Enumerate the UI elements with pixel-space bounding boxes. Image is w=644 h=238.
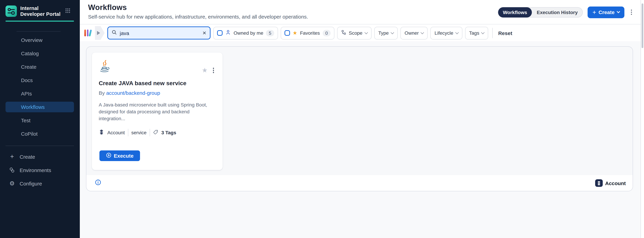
apps-grid-icon[interactable] xyxy=(65,8,70,15)
lifecycle-label: Lifecycle xyxy=(434,30,453,36)
scope-label: Scope xyxy=(349,30,362,36)
workflow-card-actions: ★ xyxy=(202,66,216,75)
filter-owner-dropdown[interactable]: Owner xyxy=(400,27,428,39)
content-area: ★ Create JAVA based new service By accou… xyxy=(80,41,640,238)
filter-bar: ✕ Owned by me 5 ★ Favorites 0 xyxy=(80,25,640,41)
sidebar: Internal Developer Portal Overview Catal… xyxy=(0,0,80,238)
search-box: ✕ xyxy=(107,26,210,39)
tab-execution-history[interactable]: Execution History xyxy=(532,7,582,17)
create-button[interactable]: + Create xyxy=(588,6,624,18)
sidebar-header: Internal Developer Portal xyxy=(6,5,74,17)
favorites-checkbox[interactable] xyxy=(284,30,290,36)
search-icon xyxy=(112,29,117,36)
sidebar-divider-bottom xyxy=(6,146,74,146)
card-kebab-menu-icon[interactable] xyxy=(211,66,216,75)
sidebar-item-overview[interactable]: Overview xyxy=(6,35,74,45)
workflow-card-title: Create JAVA based new service xyxy=(99,80,216,87)
environments-hexagons-icon xyxy=(9,167,15,173)
sidebar-footer-create-label: Create xyxy=(20,154,35,159)
filter-tags-dropdown[interactable]: Tags xyxy=(465,27,488,39)
chevron-down-icon xyxy=(481,31,485,34)
plus-icon: + xyxy=(9,153,15,160)
owned-by-me-checkbox[interactable] xyxy=(217,30,222,36)
favorites-count: 0 xyxy=(322,30,330,36)
sidebar-nav: Overview Catalog Create Docs APIs Workfl… xyxy=(6,35,74,142)
header-kebab-menu-icon[interactable] xyxy=(629,7,634,17)
filter-type-dropdown[interactable]: Type xyxy=(374,27,398,39)
sidebar-item-copilot[interactable]: CoPilot xyxy=(6,128,74,139)
owner-group-link[interactable]: account/backend-group xyxy=(106,90,160,96)
scope-value: Account xyxy=(107,130,125,135)
chevron-down-icon xyxy=(364,31,368,34)
sidebar-item-apis[interactable]: APIs xyxy=(6,88,74,99)
tags-count: 3 Tags xyxy=(161,130,176,135)
reset-filters-button[interactable]: Reset xyxy=(497,30,514,36)
page-scrollbar[interactable] xyxy=(640,0,644,238)
person-icon xyxy=(225,29,231,36)
search-input[interactable] xyxy=(120,30,200,36)
execute-button[interactable]: Execute xyxy=(100,150,140,161)
filter-divider xyxy=(492,28,493,38)
java-logo-icon xyxy=(99,59,110,75)
star-icon: ★ xyxy=(292,30,297,35)
sidebar-footer-configure[interactable]: ⚙ Configure xyxy=(6,178,74,189)
filter-scope-dropdown[interactable]: Scope xyxy=(337,27,371,39)
sidebar-item-create[interactable]: Create xyxy=(6,61,74,72)
chevron-down-icon xyxy=(455,31,458,34)
filter-lifecycle-dropdown[interactable]: Lifecycle xyxy=(430,27,462,39)
type-value: service xyxy=(131,130,146,135)
sidebar-footer-environments[interactable]: Environments xyxy=(6,164,74,175)
favorite-star-icon[interactable]: ★ xyxy=(202,67,208,74)
workflow-card-meta: Account service 3 Tags xyxy=(99,129,176,136)
owner-label: Owner xyxy=(404,30,419,36)
owned-by-me-label: Owned by me xyxy=(234,30,263,36)
tag-icon xyxy=(153,129,158,136)
sidebar-divider-top xyxy=(16,31,60,32)
sidebar-item-test[interactable]: Test xyxy=(6,115,74,126)
header-actions: Workflows Execution History + Create xyxy=(498,0,634,24)
meta-divider xyxy=(128,129,128,136)
triangle-right-icon xyxy=(97,31,100,35)
expand-filters-button[interactable] xyxy=(95,26,104,40)
by-prefix: By xyxy=(99,90,105,96)
page-header: Workflows Self-service hub for new appli… xyxy=(80,0,640,24)
account-badge-label: Account xyxy=(605,180,626,186)
sidebar-footer-create[interactable]: + Create xyxy=(6,151,74,162)
main-area: Workflows Self-service hub for new appli… xyxy=(80,0,640,238)
sidebar-footer-environments-label: Environments xyxy=(20,167,51,173)
chevron-down-icon xyxy=(616,10,620,13)
account-layers-icon xyxy=(595,179,603,187)
workflow-card-top: ★ xyxy=(99,59,216,75)
page-subtitle: Self-service hub for new applications, i… xyxy=(88,14,308,19)
view-toggle: Workflows Execution History xyxy=(498,7,583,17)
sidebar-item-catalog[interactable]: Catalog xyxy=(6,48,74,59)
owned-by-me-count: 5 xyxy=(266,30,274,36)
info-icon[interactable] xyxy=(95,179,101,187)
app-root: Internal Developer Portal Overview Catal… xyxy=(0,0,644,238)
sidebar-item-docs[interactable]: Docs xyxy=(6,75,74,86)
create-button-label: Create xyxy=(598,9,614,15)
type-label: Type xyxy=(378,30,389,36)
workflow-card-description: A Java-based microservice built using Sp… xyxy=(99,101,212,122)
sidebar-footer: + Create Environments ⚙ Configure xyxy=(6,151,74,191)
scrollbar-thumb[interactable] xyxy=(642,3,643,48)
portal-title: Internal Developer Portal xyxy=(20,5,62,17)
account-layers-icon xyxy=(99,129,104,136)
filter-panel-stripes-icon xyxy=(84,29,92,37)
tab-workflows[interactable]: Workflows xyxy=(498,7,532,17)
hierarchy-icon xyxy=(341,30,346,36)
panel-footer: Account xyxy=(86,175,633,191)
favorites-label: Favorites xyxy=(300,30,320,36)
workflow-card-owner: By account/backend-group xyxy=(99,90,216,96)
filter-owned-by-me[interactable]: Owned by me 5 xyxy=(213,27,278,39)
clear-search-icon[interactable]: ✕ xyxy=(202,30,206,36)
filter-favorites[interactable]: ★ Favorites 0 xyxy=(280,27,334,39)
sidebar-accent-bar xyxy=(6,21,74,22)
gear-icon: ⚙ xyxy=(9,180,15,187)
tags-label: Tags xyxy=(469,30,479,36)
workflows-panel: ★ Create JAVA based new service By accou… xyxy=(86,46,633,191)
sidebar-footer-configure-label: Configure xyxy=(20,180,42,186)
page-title: Workflows xyxy=(88,3,127,12)
sidebar-item-workflows[interactable]: Workflows xyxy=(6,102,74,112)
plus-icon: + xyxy=(592,9,596,15)
